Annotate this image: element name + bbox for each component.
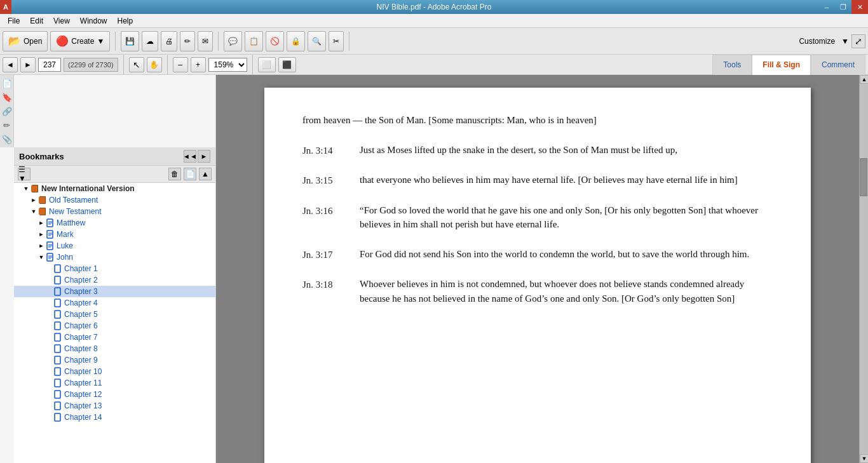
zoom-select[interactable]: 159% 100% 75% 125% 150% 200% xyxy=(208,58,247,72)
minimize-button[interactable]: – xyxy=(818,0,835,14)
select-tool-button[interactable]: ↖ xyxy=(129,57,144,72)
zoom-out-button[interactable]: – xyxy=(173,57,188,72)
tree-item-ch4[interactable]: ► Chapter 4 xyxy=(14,297,215,309)
tree-item-nt[interactable]: ▼ New Testament xyxy=(14,206,215,217)
pdf-page: from heaven — the Son of Man. [Some manu… xyxy=(264,88,811,463)
tree-item-ch1[interactable]: ► Chapter 1 xyxy=(14,263,215,274)
panel-icon-link[interactable]: 🔗 xyxy=(1,105,13,117)
toggle-john[interactable]: ▼ xyxy=(37,253,46,262)
tree-item-john[interactable]: ▼ John xyxy=(14,252,215,263)
tree-item-ch5[interactable]: ► Chapter 5 xyxy=(14,309,215,320)
svg-rect-3 xyxy=(39,197,45,203)
scissors-button[interactable]: ✂ xyxy=(329,31,344,51)
lock-button[interactable]: 🔒 xyxy=(287,31,305,51)
tree-item-luke[interactable]: ► Luke xyxy=(14,240,215,252)
menu-edit[interactable]: Edit xyxy=(25,15,48,27)
scissors-icon: ✂ xyxy=(333,37,339,46)
toggle-ot[interactable]: ► xyxy=(29,196,38,205)
tree-item-ch13[interactable]: ► Chapter 13 xyxy=(14,400,215,412)
tree-item-ot[interactable]: ► Old Testament xyxy=(14,194,215,206)
folder-open-icon: 📂 xyxy=(8,35,21,47)
tree-item-ch10[interactable]: ► Chapter 10 xyxy=(14,366,215,377)
move-bookmark-up-button[interactable]: ▲ xyxy=(199,168,212,180)
menu-file[interactable]: File xyxy=(3,15,25,27)
tree-item-ch2[interactable]: ► Chapter 2 xyxy=(14,274,215,286)
delete-bookmark-button[interactable]: 🗑 xyxy=(168,168,181,180)
tree-label-ch9: Chapter 9 xyxy=(64,356,98,365)
toggle-matthew[interactable]: ► xyxy=(37,218,46,227)
tab-tools[interactable]: Tools xyxy=(712,55,752,75)
comment-button[interactable]: 💬 xyxy=(224,31,242,51)
tree-item-mark[interactable]: ► Mark xyxy=(14,229,215,240)
email-button[interactable]: ✉ xyxy=(198,31,213,51)
page-icon-ch11 xyxy=(53,379,62,387)
page-number-input[interactable] xyxy=(38,58,61,72)
tree-item-ch8[interactable]: ► Chapter 8 xyxy=(14,343,215,354)
scroll-track[interactable] xyxy=(860,84,868,454)
redact-button[interactable]: 🚫 xyxy=(266,31,284,51)
toggle-luke[interactable]: ► xyxy=(37,241,46,250)
expand-panel-button[interactable]: ► xyxy=(198,150,210,163)
create-button[interactable]: 🔴 Create ▼ xyxy=(50,31,110,51)
scroll-down-button[interactable]: ▼ xyxy=(860,454,868,463)
panel-icon-attach[interactable]: 📎 xyxy=(1,133,13,145)
customize-dropdown-icon: ▼ xyxy=(841,37,849,46)
nav-sep-2 xyxy=(167,55,168,74)
panel-icon-page[interactable]: 📄 xyxy=(1,77,13,89)
search-button[interactable]: 🔍 xyxy=(308,31,326,51)
prev-page-button[interactable]: ◄ xyxy=(3,57,18,72)
menu-window[interactable]: Window xyxy=(75,15,112,27)
titlebar: A NIV Bible.pdf - Adobe Acrobat Pro – ❐ … xyxy=(0,0,868,14)
bookmark-icon-ot xyxy=(38,196,47,205)
open-button[interactable]: 📂 Open xyxy=(3,31,48,51)
tree-item-ch14[interactable]: ► Chapter 14 xyxy=(14,412,215,423)
cloud-button[interactable]: ☁ xyxy=(142,31,158,51)
page-icon-ch1 xyxy=(53,264,62,273)
print-button[interactable]: 🖨 xyxy=(161,31,177,51)
tree-item-ch12[interactable]: ► Chapter 12 xyxy=(14,389,215,400)
tree-item-ch7[interactable]: ► Chapter 7 xyxy=(14,332,215,343)
toggle-nt[interactable]: ▼ xyxy=(29,207,38,216)
tab-comment[interactable]: Comment xyxy=(811,55,865,75)
right-scrollbar[interactable]: ▲ ▼ xyxy=(859,75,868,463)
edit-button[interactable]: ✏ xyxy=(180,31,195,51)
page-icon-luke xyxy=(46,241,55,250)
hand-tool-button[interactable]: ✋ xyxy=(147,57,162,72)
toolbar-expand-button[interactable]: ⤢ xyxy=(851,34,865,48)
menu-help[interactable]: Help xyxy=(112,15,139,27)
tree-item-ch11[interactable]: ► Chapter 11 xyxy=(14,377,215,389)
new-bookmark-button[interactable]: 📄 xyxy=(184,168,196,180)
scroll-up-button[interactable]: ▲ xyxy=(860,75,868,84)
tree-item-niv[interactable]: ▼ New International Version xyxy=(14,183,215,194)
tree-item-matthew[interactable]: ► Matthew xyxy=(14,217,215,229)
tree-item-ch9[interactable]: ► Chapter 9 xyxy=(14,354,215,366)
scroll-thumb[interactable] xyxy=(860,158,867,196)
pdf-viewer[interactable]: from heaven — the Son of Man. [Some manu… xyxy=(216,75,859,463)
page-icon-ch8 xyxy=(53,344,62,353)
fit-page-button[interactable]: ⬜ xyxy=(258,57,276,72)
search-icon: 🔍 xyxy=(312,37,322,46)
tab-fill-sign[interactable]: Fill & Sign xyxy=(752,55,811,75)
page-icon-ch5 xyxy=(53,310,62,319)
bookmark-options-button[interactable]: ☰ ▼ xyxy=(18,168,31,180)
maximize-button[interactable]: ❐ xyxy=(835,0,851,14)
tree-label-matthew: Matthew xyxy=(57,218,85,227)
svg-rect-1 xyxy=(31,185,37,192)
customize-label[interactable]: Customize xyxy=(795,36,839,47)
menu-view[interactable]: View xyxy=(48,15,75,27)
close-button[interactable]: ✕ xyxy=(851,0,868,14)
create-dropdown-icon: ▼ xyxy=(97,37,104,46)
toggle-mark[interactable]: ► xyxy=(37,230,46,239)
toggle-niv[interactable]: ▼ xyxy=(22,184,31,193)
stamp-button[interactable]: 📋 xyxy=(245,31,263,51)
nav-sep-1 xyxy=(123,55,124,74)
tree-item-ch6[interactable]: ► Chapter 6 xyxy=(14,320,215,332)
fit-width-button[interactable]: ⬛ xyxy=(278,57,296,72)
collapse-all-button[interactable]: ◄◄ xyxy=(184,150,196,163)
zoom-in-button[interactable]: + xyxy=(191,57,206,72)
tree-item-ch3[interactable]: ► Chapter 3 xyxy=(14,286,215,297)
save-button[interactable]: 💾 xyxy=(121,31,139,51)
panel-icon-sign[interactable]: ✏ xyxy=(1,119,13,131)
panel-icon-bookmark[interactable]: 🔖 xyxy=(1,91,13,103)
next-page-button[interactable]: ► xyxy=(20,57,36,72)
